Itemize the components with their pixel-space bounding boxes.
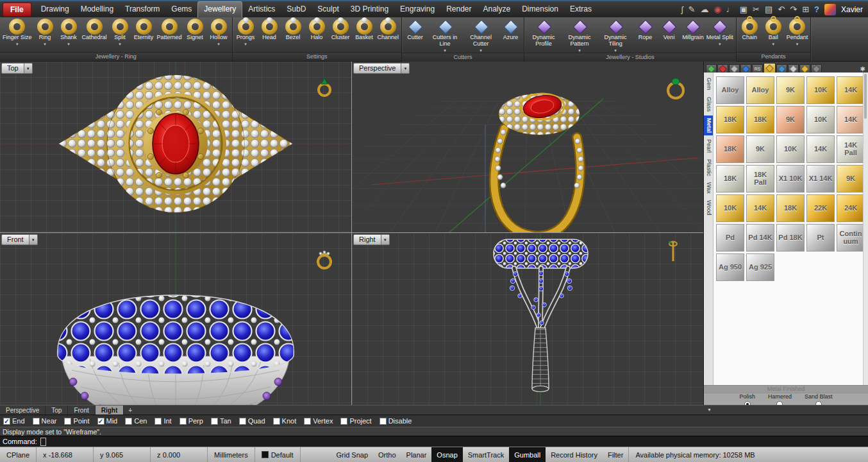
ribbon-button-split[interactable]: Split▾ [108, 18, 132, 46]
viewport-title[interactable]: Right [353, 234, 381, 245]
viewport-perspective[interactable]: Perspective ▼ [352, 62, 703, 232]
osnap-perp[interactable]: Perp [179, 417, 203, 425]
viewport-title[interactable]: Perspective [353, 63, 401, 74]
ribbon-button-dynamic-profile[interactable]: Dynamic Profile [526, 18, 562, 47]
checkbox-mid[interactable]: ✓ [97, 418, 104, 425]
ribbon-button-bezel[interactable]: Bezel [281, 18, 305, 41]
menu-extras[interactable]: Extras [564, 1, 597, 18]
microphone-icon[interactable]: ♩ [726, 5, 735, 13]
ribbon-button-eternity[interactable]: Eternity [132, 18, 156, 41]
menu-artistics[interactable]: Artistics [242, 1, 281, 18]
pen-icon[interactable]: ✎ [689, 5, 696, 13]
material-swatch-21-14k[interactable]: 14K [746, 194, 774, 222]
ribbon-button-signet[interactable]: Signet [183, 18, 207, 41]
checkbox-cen[interactable] [125, 418, 132, 425]
cplane-button[interactable]: CPlane [0, 447, 37, 462]
material-swatch-2-9k[interactable]: 9K [776, 76, 805, 104]
checkbox-tan[interactable] [211, 418, 218, 425]
chevron-down-icon[interactable]: ▼ [381, 234, 390, 245]
material-category-gem[interactable]: Gem [704, 75, 713, 93]
menu-gems[interactable]: Gems [165, 1, 197, 18]
material-swatch-31-ag-925[interactable]: Ag 925 [746, 253, 774, 281]
material-swatch-4-14k[interactable]: 14K [837, 76, 865, 104]
osnap-near[interactable]: Near [33, 417, 57, 425]
ribbon-button-millgrain[interactable]: Millgrain [681, 18, 705, 41]
copy-icon[interactable]: ▣ [740, 5, 747, 13]
viewport-title[interactable]: Top [1, 63, 24, 74]
ribbon-button-dynamic-pattern[interactable]: Dynamic Pattern▾ [562, 18, 597, 53]
osnap-end[interactable]: ✓End [3, 417, 25, 425]
ribbon-button-ring[interactable]: Ring▾ [33, 18, 57, 46]
viewport-right[interactable]: Right ▼ [352, 233, 703, 405]
ribbon-button-head[interactable]: Head [258, 18, 281, 41]
menu-drawing[interactable]: Drawing [35, 1, 75, 18]
status-toggle-grid-snap[interactable]: Grid Snap [331, 447, 374, 462]
units-button[interactable]: Millimeters [208, 447, 255, 462]
ribbon-button-halo[interactable]: Halo [305, 18, 329, 41]
material-swatch-18-x1-14k[interactable]: X1 14K [806, 165, 835, 193]
viewport-front[interactable]: Front ▼ [0, 233, 351, 405]
panel-scrollbar[interactable] [863, 73, 868, 386]
viewport-perspective-label[interactable]: Perspective ▼ [353, 63, 410, 74]
material-category-metal[interactable]: Metal [704, 116, 713, 135]
status-toggle-osnap[interactable]: Osnap [431, 447, 462, 462]
panel-tab-properties[interactable] [706, 64, 717, 73]
redo-icon[interactable]: ↷ [790, 5, 797, 13]
status-toggle-ortho[interactable]: Ortho [373, 447, 401, 462]
chevron-down-icon[interactable]: ▼ [401, 63, 410, 74]
viewport-tab-top[interactable]: Top [46, 406, 68, 415]
osnap-mid[interactable]: ✓Mid [97, 417, 118, 425]
ribbon-button-hollow[interactable]: Hollow▾ [207, 18, 231, 46]
menu-subd[interactable]: SubD [281, 1, 312, 18]
material-swatch-12-10k[interactable]: 10K [776, 135, 805, 163]
ribbon-button-channel-cutter[interactable]: Channel Cutter▾ [463, 18, 499, 53]
menu-render[interactable]: Render [440, 1, 477, 18]
chevron-down-icon[interactable]: ▼ [29, 234, 38, 245]
ribbon-button-cluster[interactable]: Cluster [329, 18, 353, 41]
menu-transform[interactable]: Transform [119, 1, 165, 18]
ribbon-button-patterned[interactable]: Patterned [156, 18, 183, 41]
pan-icon[interactable]: + [124, 406, 137, 415]
status-toggle-planar[interactable]: Planar [401, 447, 432, 462]
ribbon-button-cutter[interactable]: Cutter [403, 18, 427, 41]
checkbox-end[interactable]: ✓ [3, 418, 10, 425]
material-swatch-13-14k[interactable]: 14K [806, 135, 835, 163]
material-swatch-30-ag-950[interactable]: Ag 950 [716, 253, 744, 281]
viewport-top[interactable]: Top ▼ [0, 62, 351, 232]
viewport-top-label[interactable]: Top ▼ [1, 63, 33, 74]
panel-tab-environment[interactable] [811, 64, 822, 73]
osnap-knot[interactable]: Knot [273, 417, 297, 425]
material-category-wax[interactable]: Wax [704, 180, 713, 196]
ribbon-button-bail[interactable]: Bail▾ [762, 18, 785, 46]
viewport-tab-perspective[interactable]: Perspective [0, 406, 46, 415]
ribbon-button-channel[interactable]: Channel [376, 18, 401, 41]
file-menu-button[interactable]: File [3, 3, 31, 17]
material-swatch-17-x1-10k[interactable]: X1 10K [776, 165, 805, 193]
save-icon[interactable]: ⊞ [802, 5, 809, 13]
material-swatch-29-continuum[interactable]: Continuum [837, 224, 865, 252]
ribbon-button-veni[interactable]: Veni [657, 18, 681, 41]
material-swatch-23-22k[interactable]: 22K [806, 194, 835, 222]
material-swatch-19-9k[interactable]: 9K [837, 165, 865, 193]
material-swatch-5-18k[interactable]: 18K [716, 106, 744, 133]
checkbox-disable[interactable] [380, 418, 387, 425]
material-swatch-16-18k-pall[interactable]: 18K Pall [746, 165, 774, 193]
status-toggle-record-history[interactable]: Record History [546, 447, 603, 462]
status-toggle-gumball[interactable]: Gumball [509, 447, 546, 462]
command-line[interactable]: Command: [0, 436, 868, 447]
ribbon-button-dynamic-tiling[interactable]: Dynamic Tiling▾ [597, 18, 633, 53]
clipboard-icon[interactable]: ▤ [765, 5, 772, 13]
material-category-wood[interactable]: Wood [704, 198, 713, 218]
osnap-project[interactable]: Project [340, 417, 371, 425]
ribbon-button-metal-split[interactable]: Metal Split▾ [705, 18, 735, 46]
viewport-tab-right[interactable]: Right [96, 406, 124, 415]
material-swatch-1-alloy[interactable]: Alloy [746, 76, 774, 104]
viewport-title[interactable]: Front [1, 234, 29, 245]
material-swatch-11-9k[interactable]: 9K [746, 135, 774, 163]
material-swatch-27-pd-18k[interactable]: Pd 18K [776, 224, 805, 252]
ribbon-button-chain[interactable]: Chain [738, 18, 762, 41]
material-swatch-15-18k[interactable]: 18K [716, 165, 744, 193]
osnap-cen[interactable]: Cen [125, 417, 147, 425]
material-swatch-6-18k[interactable]: 18K [746, 106, 774, 133]
panel-tab-gems[interactable] [717, 64, 728, 73]
